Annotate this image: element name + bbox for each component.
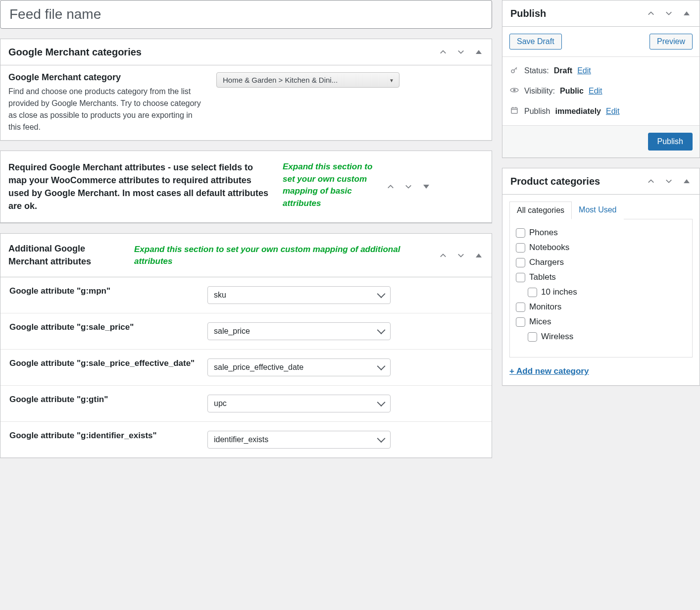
save-draft-button[interactable]: Save Draft xyxy=(509,34,562,50)
panel-move-up[interactable] xyxy=(382,178,400,196)
attribute-label: Google attribute "g:gtin" xyxy=(9,395,207,405)
attribute-row: Google attribute "g:gtin"upc xyxy=(0,385,492,421)
calendar-icon xyxy=(509,106,519,116)
category-label[interactable]: Chargers xyxy=(529,257,564,267)
attribute-value: sku xyxy=(214,291,226,299)
attribute-select[interactable]: sku xyxy=(207,286,391,304)
category-item: Notebooks xyxy=(514,240,688,255)
attribute-select[interactable]: upc xyxy=(207,395,391,412)
panel-toggle[interactable] xyxy=(417,178,435,196)
visibility-value: Public xyxy=(560,87,584,96)
preview-button[interactable]: Preview xyxy=(650,34,693,50)
category-label[interactable]: Wireless xyxy=(541,332,573,342)
panel-publish: Publish Save Draft Preview xyxy=(502,0,700,158)
gmc-category-select[interactable]: Home & Garden > Kitchen & Dini... xyxy=(216,72,400,88)
additional-attrs-hint: Expand this section to set your own cust… xyxy=(129,235,434,276)
publish-button[interactable]: Publish xyxy=(648,133,693,151)
category-item: Mices xyxy=(514,314,688,329)
status-label: Status: xyxy=(524,66,549,75)
category-item: Chargers xyxy=(514,255,688,270)
category-label[interactable]: Notebooks xyxy=(529,243,569,253)
attribute-label: Google attribute "g:sale_price_effective… xyxy=(9,358,207,368)
triangle-down-icon xyxy=(423,185,429,189)
attribute-select[interactable]: sale_price xyxy=(207,322,391,340)
category-checkbox[interactable] xyxy=(516,303,525,312)
panel-move-up[interactable] xyxy=(642,4,660,22)
gmc-category-selected: Home & Garden > Kitchen & Dini... xyxy=(223,76,338,84)
attribute-row: Google attribute "g:sale_price_effective… xyxy=(0,349,492,385)
category-label[interactable]: Phones xyxy=(529,228,558,238)
category-checkbox[interactable] xyxy=(516,273,525,282)
panel-move-down[interactable] xyxy=(452,43,470,61)
panel-title: Google Merchant categories xyxy=(0,39,434,65)
attribute-value: upc xyxy=(214,399,227,407)
svg-rect-2 xyxy=(511,108,517,113)
panel-toggle[interactable] xyxy=(470,247,488,264)
panel-move-down[interactable] xyxy=(660,172,678,190)
category-item: Phones xyxy=(514,225,688,240)
gmc-category-help: Find and choose one products category fr… xyxy=(8,86,206,133)
categories-title: Product categories xyxy=(502,168,642,194)
attribute-label: Google attribute "g:sale_price" xyxy=(9,322,207,332)
panel-toggle[interactable] xyxy=(470,43,488,61)
attribute-value: identifier_exists xyxy=(214,435,268,444)
schedule-label: Publish xyxy=(524,107,550,116)
category-label[interactable]: 10 inches xyxy=(541,287,577,297)
category-item: Wireless xyxy=(514,329,688,344)
panel-move-down[interactable] xyxy=(452,247,470,264)
panel-product-categories: Product categories All categories Most U… xyxy=(502,168,700,386)
category-checkbox[interactable] xyxy=(528,288,537,297)
attribute-select[interactable]: sale_price_effective_date xyxy=(207,358,391,376)
gmc-category-label: Google Merchant category xyxy=(8,72,206,83)
triangle-up-icon xyxy=(476,50,482,54)
panel-additional-attributes: Additional Google Merchant attributes Ex… xyxy=(0,233,492,458)
panel-move-up[interactable] xyxy=(434,247,452,264)
category-checkbox[interactable] xyxy=(516,228,525,238)
publish-title: Publish xyxy=(502,0,642,26)
attribute-row: Google attribute "g:sale_price"sale_pric… xyxy=(0,313,492,349)
triangle-up-icon xyxy=(684,11,690,15)
attribute-select[interactable]: identifier_exists xyxy=(207,431,391,449)
panel-toggle[interactable] xyxy=(678,4,696,22)
attribute-label: Google attribute "g:identifier_exists" xyxy=(9,431,207,441)
attribute-value: sale_price_effective_date xyxy=(214,363,303,371)
status-edit-link[interactable]: Edit xyxy=(577,66,591,75)
panel-required-attributes: Required Google Merchant attributes - us… xyxy=(0,151,492,223)
add-new-category-link[interactable]: + Add new category xyxy=(509,366,589,376)
category-item: Monitors xyxy=(514,300,688,314)
panel-move-down[interactable] xyxy=(400,178,417,196)
category-item: 10 inches xyxy=(514,285,688,300)
attribute-label: Google attribute "g:mpn" xyxy=(9,286,207,296)
panel-gmc-categories: Google Merchant categories Goog xyxy=(0,39,492,141)
eye-icon xyxy=(509,86,519,97)
triangle-up-icon xyxy=(684,179,690,183)
category-checkbox[interactable] xyxy=(516,243,525,253)
tab-most-used[interactable]: Most Used xyxy=(572,202,623,219)
key-icon xyxy=(509,66,519,76)
category-checkbox[interactable] xyxy=(516,258,525,267)
panel-move-down[interactable] xyxy=(660,4,678,22)
panel-move-up[interactable] xyxy=(642,172,660,190)
category-label[interactable]: Monitors xyxy=(529,302,561,312)
attribute-value: sale_price xyxy=(214,327,250,335)
panel-move-up[interactable] xyxy=(434,43,452,61)
status-value: Draft xyxy=(554,66,572,75)
svg-point-1 xyxy=(513,89,516,92)
category-label[interactable]: Mices xyxy=(529,317,551,327)
category-item: Tablets xyxy=(514,270,688,285)
category-checkbox[interactable] xyxy=(516,317,525,327)
category-checkbox[interactable] xyxy=(528,332,537,342)
panel-toggle[interactable] xyxy=(678,172,696,190)
attribute-row: Google attribute "g:identifier_exists"id… xyxy=(0,421,492,458)
tab-all-categories[interactable]: All categories xyxy=(509,202,572,219)
schedule-edit-link[interactable]: Edit xyxy=(606,107,620,116)
required-attrs-title: Required Google Merchant attributes - us… xyxy=(0,151,278,222)
triangle-up-icon xyxy=(476,254,482,257)
attribute-row: Google attribute "g:mpn"sku xyxy=(0,277,492,313)
category-label[interactable]: Tablets xyxy=(529,272,556,282)
required-attrs-hint: Expand this section to set your own cust… xyxy=(278,151,382,222)
visibility-label: Visibility: xyxy=(524,87,555,96)
visibility-edit-link[interactable]: Edit xyxy=(589,87,602,96)
feed-title-input[interactable] xyxy=(0,0,492,29)
schedule-value: immediately xyxy=(555,107,600,116)
